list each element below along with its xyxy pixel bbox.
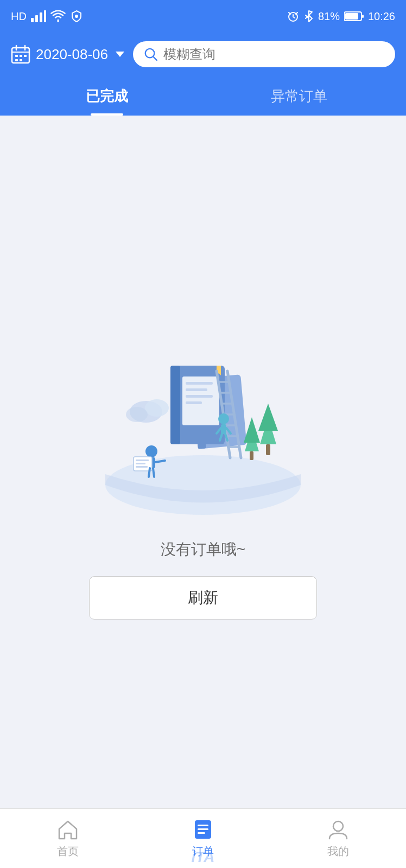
svg-rect-7 — [362, 15, 364, 18]
svg-line-16 — [153, 57, 156, 60]
app-logo: iTA — [191, 848, 214, 868]
search-icon — [144, 47, 158, 62]
svg-rect-10 — [15, 55, 18, 57]
svg-point-61 — [126, 407, 148, 422]
status-bar: HD 81% — [0, 0, 406, 33]
tab-abnormal[interactable]: 异常订单 — [203, 77, 395, 116]
svg-rect-3 — [44, 10, 46, 22]
svg-marker-57 — [244, 417, 260, 443]
svg-line-51 — [149, 468, 150, 477]
battery-icon — [344, 11, 364, 22]
svg-rect-8 — [345, 13, 358, 20]
empty-illustration-wrapper — [89, 317, 317, 523]
tabs: 已完成 异常订单 — [11, 77, 395, 116]
main-content: 没有订单哦~ 刷新 — [0, 116, 406, 821]
search-box[interactable] — [133, 41, 395, 67]
svg-point-66 — [333, 821, 343, 831]
refresh-button[interactable]: 刷新 — [89, 576, 317, 620]
empty-message: 没有订单哦~ — [161, 539, 245, 560]
svg-point-60 — [145, 399, 169, 417]
shield-icon — [70, 10, 83, 23]
wifi-icon — [50, 10, 66, 22]
svg-marker-54 — [258, 404, 278, 431]
nav-item-home[interactable]: 首页 — [40, 814, 96, 863]
orders-icon — [192, 818, 214, 841]
nav-label-home: 首页 — [57, 844, 79, 859]
svg-point-4 — [75, 15, 78, 18]
svg-point-37 — [218, 413, 229, 424]
hd-label: HD — [11, 10, 27, 23]
svg-rect-23 — [186, 382, 213, 385]
date-selector[interactable]: 2020-08-06 — [11, 44, 124, 64]
nav-item-profile[interactable]: 我的 — [310, 814, 366, 863]
battery-percent: 81% — [318, 10, 340, 23]
svg-rect-48 — [136, 459, 149, 461]
svg-rect-55 — [266, 444, 270, 455]
svg-rect-64 — [198, 828, 208, 830]
svg-rect-26 — [186, 401, 202, 404]
svg-rect-49 — [136, 463, 145, 464]
svg-rect-14 — [20, 59, 22, 61]
svg-rect-0 — [31, 18, 34, 22]
date-text: 2020-08-06 — [36, 46, 108, 63]
svg-rect-1 — [35, 15, 38, 22]
alarm-icon — [287, 10, 300, 23]
svg-rect-12 — [24, 55, 27, 57]
svg-rect-25 — [186, 395, 213, 398]
svg-rect-50 — [136, 466, 148, 468]
svg-point-43 — [145, 445, 157, 457]
bluetooth-icon — [304, 10, 314, 23]
status-left: HD — [11, 10, 83, 23]
nav-label-profile: 我的 — [327, 844, 349, 859]
svg-rect-65 — [198, 832, 205, 834]
svg-rect-58 — [250, 451, 253, 460]
profile-icon — [327, 818, 350, 841]
svg-rect-11 — [20, 55, 22, 57]
svg-rect-2 — [40, 12, 42, 22]
header: 2020-08-06 已完成 异常订单 — [0, 33, 406, 116]
svg-rect-21 — [170, 366, 180, 444]
svg-rect-24 — [186, 388, 207, 391]
signal-icon — [31, 10, 46, 22]
svg-rect-63 — [198, 825, 208, 826]
svg-rect-13 — [15, 59, 18, 61]
svg-line-52 — [153, 468, 154, 477]
search-input[interactable] — [163, 47, 384, 62]
status-right: 81% 10:26 — [287, 10, 395, 23]
svg-rect-38 — [221, 424, 226, 434]
tab-completed[interactable]: 已完成 — [11, 77, 203, 116]
home-icon — [56, 818, 79, 841]
calendar-icon — [11, 44, 30, 64]
empty-state-illustration — [89, 317, 317, 523]
time-label: 10:26 — [368, 10, 395, 23]
chevron-down-icon — [116, 52, 124, 57]
header-row: 2020-08-06 — [11, 41, 395, 67]
